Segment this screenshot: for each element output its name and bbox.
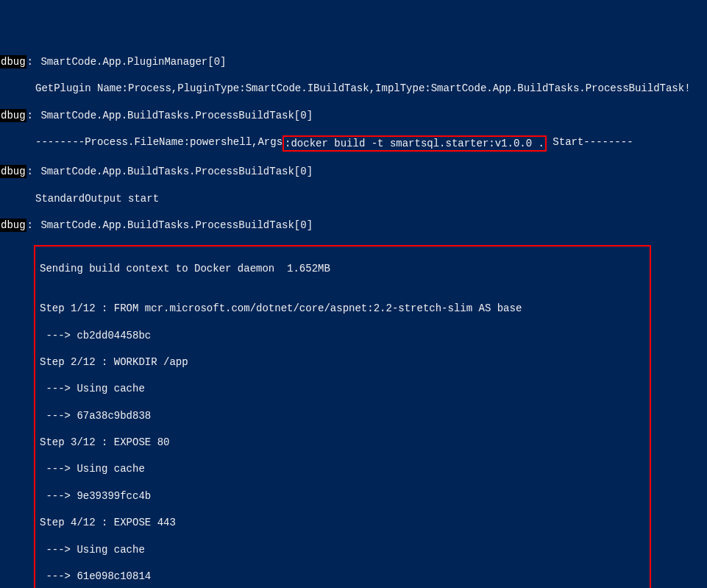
dbug-tag: dbug: [0, 55, 26, 68]
docker-line: ---> Using cache: [40, 382, 645, 395]
log-content-prefix: --------Process.FileName:powershell,Args: [35, 135, 283, 149]
dbug-tag: dbug: [0, 219, 26, 232]
colon: :: [27, 55, 33, 68]
log-content: GetPlugin Name:Process,PluginType:SmartC…: [35, 82, 691, 95]
log-line: GetPlugin Name:Process,PluginType:SmartC…: [0, 82, 707, 95]
colon: :: [27, 219, 33, 232]
log-content: StandardOutput start: [35, 192, 159, 205]
docker-output-box: Sending build context to Docker daemon 1…: [34, 245, 651, 588]
log-content: SmartCode.App.BuildTasks.ProcessBuildTas…: [35, 219, 313, 232]
docker-line: Step 1/12 : FROM mcr.microsoft.com/dotne…: [40, 302, 645, 315]
highlighted-command: :docker build -t smartsql.starter:v1.0.0…: [283, 135, 547, 152]
log-content: SmartCode.App.BuildTasks.ProcessBuildTas…: [35, 165, 313, 178]
docker-line: ---> cb2dd04458bc: [40, 329, 645, 342]
log-content: SmartCode.App.BuildTasks.ProcessBuildTas…: [35, 109, 313, 122]
log-line: StandardOutput start: [0, 192, 707, 205]
docker-line: ---> Using cache: [40, 543, 645, 556]
log-line: dbug: SmartCode.App.BuildTasks.ProcessBu…: [0, 109, 707, 122]
log-content-suffix: Start--------: [547, 135, 633, 149]
dbug-tag: dbug: [0, 109, 26, 122]
log-line: dbug: SmartCode.App.PluginManager[0]: [0, 55, 707, 68]
docker-line: Step 2/12 : WORKDIR /app: [40, 355, 645, 369]
log-line: dbug: SmartCode.App.BuildTasks.ProcessBu…: [0, 165, 707, 178]
dbug-tag: dbug: [0, 165, 26, 178]
log-line: --------Process.FileName:powershell,Args…: [0, 135, 707, 152]
docker-line: ---> 9e39399fcc4b: [40, 489, 645, 503]
docker-line: ---> Using cache: [40, 462, 645, 475]
docker-line: Step 4/12 : EXPOSE 443: [40, 516, 645, 529]
docker-line: Sending build context to Docker daemon 1…: [40, 262, 645, 275]
log-content: SmartCode.App.PluginManager[0]: [35, 55, 226, 68]
colon: :: [27, 165, 33, 178]
log-line: dbug: SmartCode.App.BuildTasks.ProcessBu…: [0, 219, 707, 232]
docker-line: Step 3/12 : EXPOSE 80: [40, 436, 645, 449]
docker-line: ---> 61e098c10814: [40, 570, 645, 583]
colon: :: [27, 109, 33, 122]
docker-line: ---> 67a38c9bd838: [40, 409, 645, 422]
